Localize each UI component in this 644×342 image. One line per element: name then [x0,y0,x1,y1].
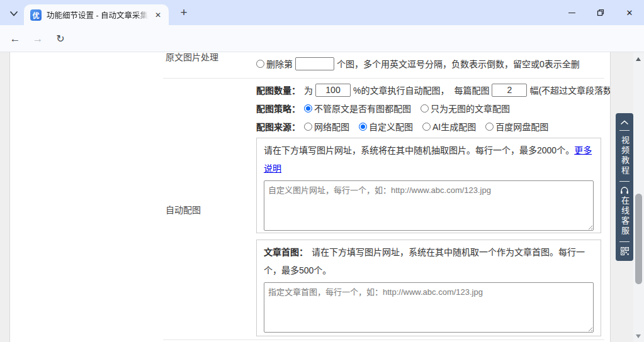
tab-strip: 优 功能细节设置 - 自动文章采集器 ✕ + ✕ [0,0,644,25]
quantity-text-1: 为 [304,84,313,96]
scrollbar-up-arrow-icon[interactable] [636,57,641,61]
tab-close-icon[interactable]: ✕ [152,9,164,21]
close-window-icon: ✕ [626,8,633,18]
delete-nth-prefix: 删除第 [266,57,293,70]
qr-code-icon[interactable] [621,247,629,255]
strategy-field-label: 配图策略： [256,102,300,114]
site-favicon: 优 [30,9,42,21]
image-strategy-line: 配图策略： 不管原文是否有图都配图 只为无图的文章配图 [256,101,519,116]
quantity-field-label: 配图数量： [256,84,300,96]
strategy-option-no-image-only[interactable]: 只为无图的文章配图 [421,102,510,114]
settings-form: 原文图片处理 删除第 个图，多个用英文逗号分隔，负数表示倒数，留空或0表示全删 … [9,52,611,342]
online-service-link[interactable]: 在线客服 [616,196,633,236]
radio-unchecked-icon[interactable] [421,104,429,113]
custom-image-box: 请在下方填写图片网址，系统将在其中随机抽取图片。每行一个，最多2000个。更多说… [256,138,601,233]
window-controls: ✕ [557,0,644,25]
reload-button[interactable]: ↻ [50,25,71,52]
first-image-field-label: 文章首图： [264,247,308,257]
back-button[interactable]: ← [5,25,25,52]
panel-divider [619,130,630,131]
quantity-text-4: 幅(不超过文章段落数) [529,84,611,96]
first-image-instruction-text: 请在下方填写图片网址，系统在其中随机取一个作为文章首图。每行一个，最多500个。 [264,247,585,275]
scroll-top-chevron-icon[interactable] [620,119,629,125]
browser-toolbar: ← → ↻ ucaiyun.com/caiji/settings/ ☆ 井 ⋮ [0,25,644,52]
strategy-option-label: 不管原文是否有图都配图 [314,102,411,114]
page-background: 原文图片处理 删除第 个图，多个用英文逗号分隔，负数表示倒数，留空或0表示全删 … [0,52,644,342]
forward-button[interactable]: → [28,25,48,52]
quantity-text-2: %的文章执行自动配图， [353,84,449,96]
new-tab-button[interactable]: + [176,5,191,20]
delete-nth-suffix: 个图，多个用英文逗号分隔，负数表示倒数，留空或0表示全删 [337,57,580,70]
source-option-label: 百度网盘配图 [495,120,548,133]
strategy-option-label: 只为无图的文章配图 [431,102,510,114]
browser-window: 优 功能细节设置 - 自动文章采集器 ✕ + ✕ ← → ↻ [0,0,644,342]
first-image-textarea[interactable] [264,282,594,333]
source-field-label: 配图来源： [256,120,300,133]
row-divider [163,78,604,79]
radio-unchecked-icon[interactable] [485,123,494,131]
radio-checked-icon[interactable] [359,123,367,131]
browser-tab[interactable]: 优 功能细节设置 - 自动文章采集器 ✕ [24,4,169,25]
floating-side-panel: 视频教程 在线客服 [616,113,633,261]
count-input[interactable] [492,84,527,97]
scrollbar-down-arrow-icon[interactable] [636,334,641,338]
radio-checked-icon[interactable] [304,104,312,113]
row-label-auto-image: 自动配图 [166,203,201,216]
percent-input[interactable] [315,84,351,97]
close-window-button[interactable]: ✕ [615,0,644,25]
radio-unchecked-icon[interactable] [304,123,312,131]
source-option-label: AI生成配图 [432,120,476,133]
tab-search-chevron-icon[interactable] [9,9,19,16]
minimize-button[interactable] [557,0,586,25]
custom-image-textarea-wrap [264,180,594,231]
first-image-textarea-wrap [264,282,594,333]
tab-title: 功能细节设置 - 自动文章采集器 [47,9,152,21]
vertical-scrollbar[interactable] [633,52,644,342]
original-image-option-line: 删除第 个图，多个用英文逗号分隔，负数表示倒数，留空或0表示全删 [256,56,580,71]
delete-nth-radio[interactable] [256,60,264,68]
custom-image-instruction: 请在下方填写图片网址，系统将在其中随机抽取图片。每行一个，最多2000个。更多说… [264,141,594,178]
scrollbar-thumb[interactable] [635,194,642,284]
headset-icon[interactable] [620,187,629,195]
panel-divider [619,181,630,182]
source-option-custom[interactable]: 自定义配图 [359,120,413,133]
first-image-box: 文章首图：请在下方填写图片网址，系统在其中随机取一个作为文章首图。每行一个，最多… [256,240,601,336]
custom-image-textarea[interactable] [264,180,594,231]
source-option-baidu-pan[interactable]: 百度网盘配图 [485,120,548,133]
row-divider [163,339,604,340]
source-option-label: 网络配图 [314,120,349,133]
restore-button[interactable] [586,0,615,25]
source-option-web[interactable]: 网络配图 [304,120,349,133]
source-option-label: 自定义配图 [369,120,413,133]
row-label-original-image: 原文图片处理 [166,52,218,63]
minimize-icon [568,13,575,13]
delete-nth-input[interactable] [295,57,334,70]
image-quantity-line: 配图数量： 为 %的文章执行自动配图， 每篇配图 幅(不超过文章段落数) [256,82,611,97]
video-tutorial-link[interactable]: 视频教程 [616,136,633,176]
strategy-option-always[interactable]: 不管原文是否有图都配图 [304,102,411,114]
custom-image-instruction-text: 请在下方填写图片网址，系统将在其中随机抽取图片。每行一个，最多2000个。 [264,145,574,155]
panel-divider [619,241,630,242]
quantity-text-3: 每篇配图 [454,84,489,96]
radio-unchecked-icon[interactable] [422,123,431,131]
image-source-line: 配图来源： 网络配图 自定义配图 AI生成配图 百度网盘配图 [256,119,558,134]
source-option-ai[interactable]: AI生成配图 [422,120,476,133]
restore-icon [597,9,604,16]
first-image-instruction: 文章首图：请在下方填写图片网址，系统在其中随机取一个作为文章首图。每行一个，最多… [264,243,594,280]
